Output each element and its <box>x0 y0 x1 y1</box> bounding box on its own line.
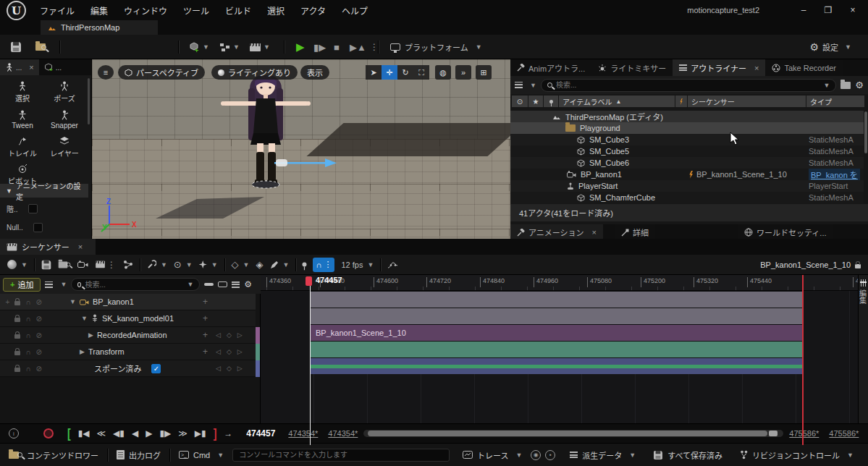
restore-button[interactable]: ❐ <box>816 1 840 20</box>
outliner-search-box[interactable]: ▼ <box>541 79 836 92</box>
tool-trail[interactable]: トレイル <box>1 133 43 161</box>
track-row-sk-model[interactable]: ∩⊘ ▼ SK_kanon_model01 + <box>0 310 256 327</box>
to-front-button[interactable]: ▮◀ <box>75 428 93 439</box>
play-options-menu[interactable]: ⋮ <box>366 38 383 56</box>
lock-icon[interactable] <box>14 334 20 339</box>
playback-end-bracket[interactable]: ] <box>210 426 221 441</box>
next-key-icon[interactable]: ▷ <box>237 348 243 355</box>
add-actor-dropdown[interactable]: + ▼ <box>185 38 213 56</box>
console-command-box[interactable] <box>232 449 450 462</box>
settings-dropdown[interactable]: ⚙ 設定▼ <box>806 38 855 56</box>
track-row-bp-kanon1[interactable]: +∩⊘ ▼ BP_kanon1 + <box>0 294 256 310</box>
spawned-checkbox[interactable]: ✓ <box>151 364 161 373</box>
save-status-button[interactable]: すべて保存済み <box>644 444 731 466</box>
view-mode-dropdown[interactable]: ライティングあり <box>211 65 298 80</box>
menu-file[interactable]: ファイル <box>32 0 83 20</box>
play-button[interactable]: ▶ <box>292 38 308 56</box>
pin-column-header[interactable] <box>544 96 558 107</box>
track-row-recorded-animation[interactable]: ∩⊘ ▶ RecordedAnimation + ◁◇▷ <box>0 327 256 344</box>
outliner-settings-icon[interactable]: ⚙ <box>855 80 864 90</box>
derived-data-dropdown[interactable]: 派生データ▼ <box>561 444 644 466</box>
menu-select[interactable]: 選択 <box>259 0 292 20</box>
sequencer-bolt-column-header[interactable] <box>675 96 687 107</box>
add-section-icon[interactable]: + <box>203 313 208 323</box>
next-key-button[interactable]: ≫ <box>174 428 191 439</box>
mute-icon[interactable]: ∩ <box>25 298 30 306</box>
chevron-down-icon[interactable]: ▼ <box>60 281 67 288</box>
step-back-button[interactable]: ◀▮ <box>109 428 128 439</box>
mute-icon[interactable]: ∩ <box>25 365 30 373</box>
solo-icon[interactable]: ⊘ <box>36 315 42 323</box>
timeline-scrollbar-thumb[interactable] <box>368 431 767 436</box>
character-model[interactable] <box>219 67 313 222</box>
to-end-button[interactable]: ▶▮ <box>191 428 210 439</box>
seq-edit-mode-dropdown[interactable]: ▼ <box>270 260 290 269</box>
outliner-row-mesh[interactable]: SM_Cube6 StaticMeshA <box>510 157 864 169</box>
lock-icon[interactable] <box>14 318 20 322</box>
tab-world-settings[interactable]: ワールドセッティ... <box>738 224 833 240</box>
checkbox[interactable] <box>28 204 38 213</box>
tab-details[interactable]: 詳細 <box>615 224 655 240</box>
menu-help[interactable]: ヘルプ <box>334 0 376 20</box>
menu-actor[interactable]: アクタ <box>292 0 334 20</box>
play-forward-button[interactable]: ▶ <box>142 428 156 439</box>
clip-segment-recorded-animation[interactable]: BP_kanon1_Scene_1_10 <box>310 324 802 341</box>
output-log-button[interactable]: 出力ログ <box>108 444 169 466</box>
close-button[interactable]: × <box>840 1 865 20</box>
track-row-transform[interactable]: ∩⊘ ▶ Transform + ◁◇▷ <box>0 344 256 360</box>
work-range-end[interactable]: 475586* <box>789 429 819 438</box>
tool-layer[interactable]: レイヤー <box>43 133 85 161</box>
trace-dropdown[interactable]: トレース▼ <box>454 444 531 466</box>
scale-tool-button[interactable]: ⛶ <box>413 65 429 80</box>
close-icon[interactable]: × <box>78 242 83 251</box>
level-viewport[interactable]: ≡ パースペクティブ ライティングあり 表示 ➤ ✛ ↻ ⛶ ◍ » ⊞ Z X… <box>92 59 510 239</box>
seq-snap-toggle[interactable]: ∩⋮ <box>313 258 334 272</box>
shrink-view-icon[interactable] <box>204 283 214 286</box>
minimize-button[interactable]: – <box>791 1 816 20</box>
menu-window[interactable]: ウィンドウ <box>116 0 175 20</box>
favorite-column-header[interactable]: ★ <box>528 96 543 107</box>
console-command-input[interactable] <box>239 451 443 459</box>
work-range-start[interactable]: 474354* <box>328 429 358 438</box>
outliner-row-mesh[interactable]: SM_ChamferCube StaticMeshA <box>510 192 864 203</box>
add-section-icon[interactable]: + <box>203 347 208 357</box>
menu-tools[interactable]: ツール <box>175 0 217 20</box>
playhead-line[interactable] <box>310 285 311 445</box>
record-button[interactable] <box>43 428 54 439</box>
chevron-down-icon[interactable]: ▼ <box>530 82 536 89</box>
view-range-end[interactable]: 475586* <box>829 429 859 438</box>
add-section-icon[interactable]: + <box>203 330 208 340</box>
save-button[interactable] <box>7 38 25 56</box>
play-reverse-button[interactable]: ◀ <box>128 428 142 439</box>
tab-anim-outliner[interactable]: Animアウトラ... <box>510 59 591 76</box>
unreal-logo-icon[interactable]: U <box>7 1 26 20</box>
solo-icon[interactable]: ⊘ <box>36 298 42 306</box>
chevron-down-icon[interactable]: ▼ <box>823 82 830 89</box>
seq-save-button[interactable] <box>41 260 51 270</box>
track-row-spawned[interactable]: ∩⊘ スポーン済み ✓ ◁◇▷ <box>0 360 256 377</box>
add-section-icon[interactable]: + <box>203 297 208 307</box>
level-tab-thirdpersonmap[interactable]: ThirdPersonMap <box>41 20 158 35</box>
playhead-marker[interactable] <box>306 276 312 286</box>
blueprints-dropdown[interactable]: ▼ <box>216 38 243 56</box>
chevron-down-icon[interactable]: ▼ <box>187 281 193 288</box>
content-browser-button[interactable] <box>32 38 50 56</box>
seq-camera-button[interactable] <box>77 260 88 268</box>
filter-icon[interactable] <box>515 82 523 88</box>
seq-view-options-dropdown[interactable]: ⊙▼ <box>174 259 193 270</box>
solo-icon[interactable]: ⊘ <box>36 365 42 373</box>
outliner-row-folder[interactable]: Playground <box>510 122 864 134</box>
seq-render-button[interactable]: ⋮ <box>95 260 117 270</box>
visibility-column-header[interactable]: ⊙ <box>512 96 528 107</box>
add-track-button[interactable]: +追加 <box>3 278 41 292</box>
add-key-icon[interactable]: ◇ <box>227 331 232 339</box>
next-key-icon[interactable]: ▷ <box>237 331 243 339</box>
mute-icon[interactable]: ∩ <box>25 348 30 356</box>
revision-control-dropdown[interactable]: リビジョンコントロール▼ <box>731 444 862 466</box>
tool-tween[interactable]: Tween <box>1 106 43 133</box>
tab-place-actors[interactable]: + ... <box>39 59 67 75</box>
seq-curve-editor-button[interactable] <box>387 260 398 269</box>
seq-fps-dropdown[interactable]: 12 fps▼ <box>341 260 374 269</box>
tab-outliner[interactable]: アウトライナー × <box>673 59 765 76</box>
seq-pin-button[interactable] <box>303 263 306 266</box>
